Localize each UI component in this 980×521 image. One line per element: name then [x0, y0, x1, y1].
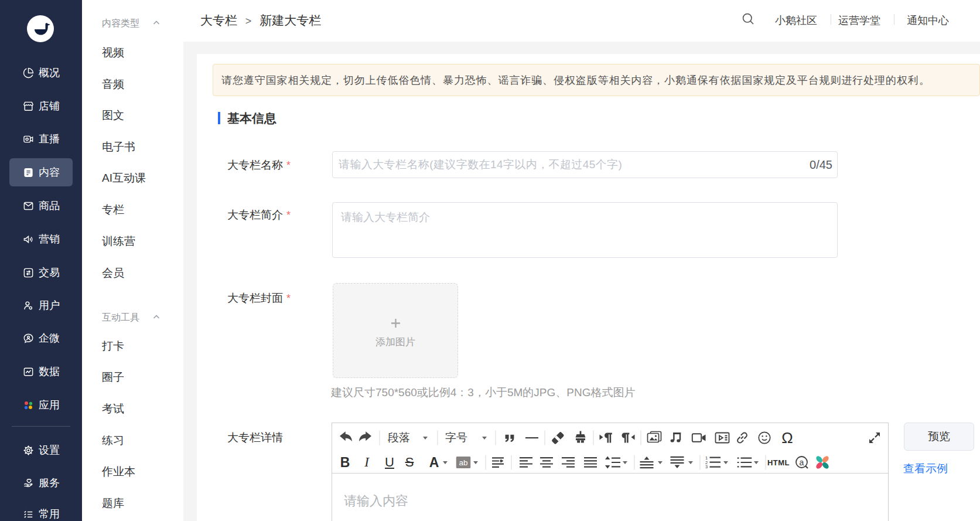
- svg-text:a: a: [800, 458, 804, 467]
- svg-text:3: 3: [705, 464, 708, 469]
- svg-text:ab: ab: [459, 458, 467, 467]
